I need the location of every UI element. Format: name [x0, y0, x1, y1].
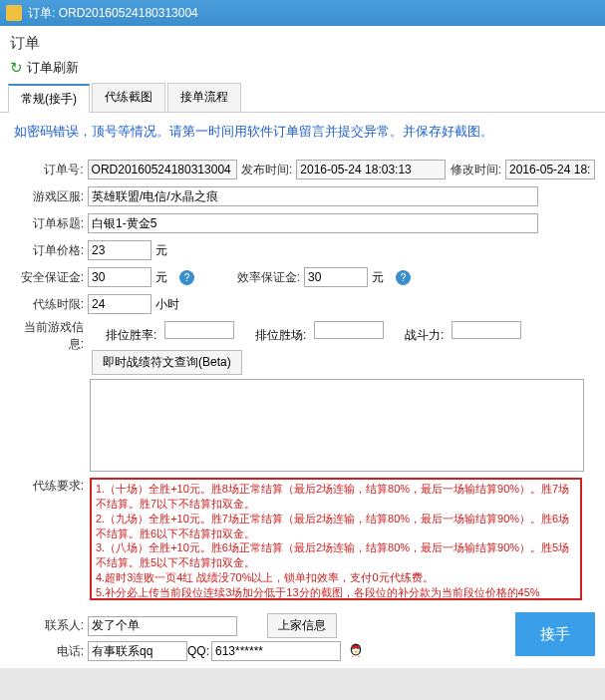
title-field[interactable]: [88, 213, 538, 233]
modtime-label: 修改时间:: [446, 162, 505, 178]
qq-icon[interactable]: [347, 642, 365, 660]
timelimit-unit: 小时: [155, 296, 179, 313]
tab-general[interactable]: 常规(接手): [8, 84, 90, 113]
help-icon[interactable]: ?: [179, 270, 194, 285]
eff-unit: 元: [372, 269, 384, 286]
window-titlebar: 订单: ORD20160524180313004: [0, 0, 605, 26]
safe-unit: 元: [155, 269, 167, 286]
price-label: 订单价格:: [10, 242, 88, 259]
safe-field[interactable]: [88, 267, 151, 287]
tab-screenshot[interactable]: 代练截图: [92, 83, 165, 112]
price-unit: 元: [155, 242, 167, 259]
notes-textarea[interactable]: [90, 379, 584, 472]
price-field[interactable]: [88, 240, 151, 260]
safe-label: 安全保证金:: [10, 269, 88, 286]
rankrate-value: [164, 321, 234, 339]
app-icon: [6, 5, 22, 21]
svg-point-5: [352, 645, 360, 648]
phone-label: 电话:: [10, 643, 88, 660]
order-no-label: 订单号:: [10, 162, 88, 178]
power-value: [452, 321, 521, 339]
accept-button[interactable]: 接手: [515, 612, 595, 656]
pubtime-field[interactable]: [296, 160, 446, 179]
requirements-text: 1.（十场）全胜+10元。胜8场正常结算（最后2场连输，结算80%，最后一场输结…: [96, 483, 569, 598]
window-title: 订单: ORD20160524180313004: [28, 5, 198, 22]
timelimit-label: 代练时限:: [10, 296, 88, 313]
refresh-icon: ↻: [10, 59, 23, 77]
phone-field[interactable]: [88, 641, 187, 661]
refresh-label: 订单刷新: [27, 59, 79, 77]
zone-field[interactable]: [88, 186, 538, 206]
eff-label: 效率保证金:: [234, 269, 304, 286]
requirements-box: 1.（十场）全胜+10元。胜8场正常结算（最后2场连输，结算80%，最后一场输结…: [90, 478, 582, 600]
page-title: 订单: [0, 26, 605, 57]
power-label: 战斗力:: [405, 328, 444, 342]
notice-text: 如密码错误，顶号等情况。请第一时间用软件订单留言并提交异常。并保存好截图。: [0, 113, 605, 151]
help-icon[interactable]: ?: [396, 270, 411, 285]
refresh-button[interactable]: ↻ 订单刷新: [0, 57, 605, 83]
zone-label: 游戏区服:: [10, 188, 88, 205]
contact-label: 联系人:: [10, 617, 88, 634]
timelimit-field[interactable]: [88, 294, 151, 314]
rankwin-value: [314, 321, 384, 339]
svg-point-4: [354, 651, 358, 653]
contact-field[interactable]: [88, 616, 237, 636]
rankwin-label: 排位胜场:: [255, 328, 306, 342]
tab-process[interactable]: 接单流程: [167, 83, 241, 112]
query-button[interactable]: 即时战绩符文查询(Beta): [92, 350, 242, 375]
tab-bar: 常规(接手) 代练截图 接单流程: [0, 83, 605, 113]
gameinfo-label: 当前游戏信息:: [10, 319, 88, 353]
order-no-field[interactable]: [88, 160, 237, 179]
req-label: 代练要求:: [10, 478, 88, 495]
rankrate-label: 排位胜率:: [106, 328, 156, 342]
qq-field[interactable]: [211, 641, 341, 661]
modtime-field[interactable]: [505, 160, 595, 179]
title-label: 订单标题:: [10, 215, 88, 232]
pubtime-label: 发布时间:: [237, 162, 297, 178]
qq-label: QQ:: [187, 644, 211, 658]
eff-field[interactable]: [304, 267, 368, 287]
upper-info-button[interactable]: 上家信息: [267, 613, 337, 638]
